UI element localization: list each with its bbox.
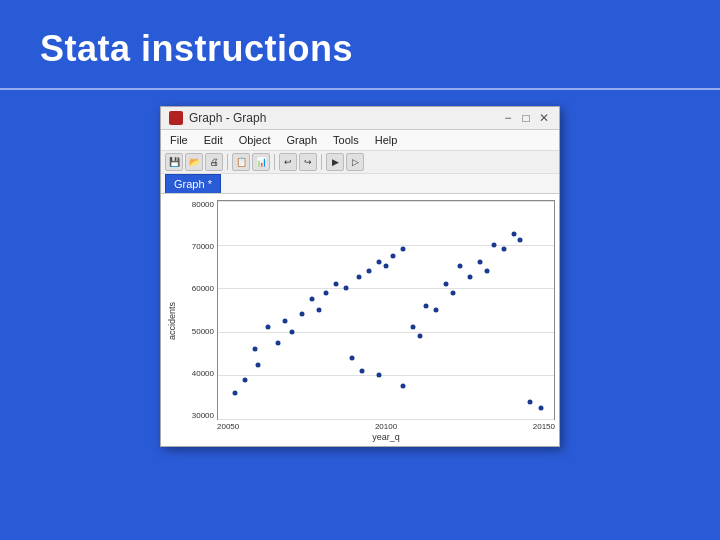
data-dot [350, 355, 355, 360]
toolbar-separator-2 [274, 154, 275, 170]
data-dot [384, 264, 389, 269]
data-dot [256, 362, 261, 367]
toolbar-print-btn[interactable]: 🖨 [205, 153, 223, 171]
title-area: Stata instructions [0, 0, 720, 90]
data-dot [300, 312, 305, 317]
data-dot [316, 308, 321, 313]
data-dot [434, 308, 439, 313]
chart-inner: 80000 70000 60000 50000 40000 30000 [181, 200, 555, 420]
y-ticks: 80000 70000 60000 50000 40000 30000 [181, 200, 217, 420]
data-dot [242, 377, 247, 382]
toolbar-copy-btn[interactable]: 📋 [232, 153, 250, 171]
x-tick-20150: 20150 [533, 422, 555, 431]
data-dot [390, 253, 395, 258]
graph-tab[interactable]: Graph * [165, 174, 221, 193]
stata-window: Graph - Graph − □ ✕ File Edit Object Gra… [160, 106, 560, 447]
data-dot [511, 231, 516, 236]
data-dot [323, 290, 328, 295]
data-dot [357, 275, 362, 280]
chart-wrapper: 80000 70000 60000 50000 40000 30000 [181, 200, 555, 442]
data-dot [289, 329, 294, 334]
data-dot [283, 318, 288, 323]
data-dot [232, 390, 237, 395]
data-dot [484, 268, 489, 273]
toolbar-save-btn[interactable]: 💾 [165, 153, 183, 171]
data-dot [266, 325, 271, 330]
page-title: Stata instructions [40, 28, 680, 70]
toolbar-redo-btn[interactable]: ↪ [299, 153, 317, 171]
graph-area: accidents 80000 70000 60000 50000 40000 … [161, 194, 559, 446]
data-dot [518, 238, 523, 243]
x-tick-20050: 20050 [217, 422, 239, 431]
data-dot [367, 268, 372, 273]
data-dot [444, 281, 449, 286]
plot-area [217, 200, 555, 420]
data-dot [410, 325, 415, 330]
menu-file[interactable]: File [167, 132, 191, 148]
y-tick-70000: 70000 [181, 242, 214, 251]
data-dot [276, 340, 281, 345]
data-dot [478, 260, 483, 265]
data-dot [417, 334, 422, 339]
data-dot [377, 260, 382, 265]
data-dot [424, 303, 429, 308]
menubar: File Edit Object Graph Tools Help [161, 130, 559, 151]
toolbar-undo-btn[interactable]: ↩ [279, 153, 297, 171]
toolbar-chart-btn[interactable]: 📊 [252, 153, 270, 171]
y-axis-label: accidents [165, 200, 179, 442]
menu-tools[interactable]: Tools [330, 132, 362, 148]
grid-line-5 [218, 375, 554, 376]
grid-line-2 [218, 245, 554, 246]
data-dot [451, 290, 456, 295]
data-dot [538, 406, 543, 411]
data-dot [333, 281, 338, 286]
minimize-button[interactable]: − [501, 111, 515, 125]
x-ticks: 20050 20100 20150 [217, 420, 555, 431]
grid-line-1 [218, 201, 554, 202]
grid-line-3 [218, 288, 554, 289]
y-tick-40000: 40000 [181, 369, 214, 378]
menu-help[interactable]: Help [372, 132, 401, 148]
tabs-bar: Graph * [161, 174, 559, 194]
stata-icon [169, 111, 183, 125]
data-dot [400, 246, 405, 251]
close-button[interactable]: ✕ [537, 111, 551, 125]
window-controls: − □ ✕ [501, 111, 551, 125]
menu-object[interactable]: Object [236, 132, 274, 148]
window-title-left: Graph - Graph [169, 111, 266, 125]
toolbar: 💾 📂 🖨 📋 📊 ↩ ↪ ▶ ▷ [161, 151, 559, 174]
window-titlebar: Graph - Graph − □ ✕ [161, 107, 559, 130]
data-dot [400, 384, 405, 389]
window-title-text: Graph - Graph [189, 111, 266, 125]
data-dot [252, 347, 257, 352]
toolbar-separator-1 [227, 154, 228, 170]
menu-edit[interactable]: Edit [201, 132, 226, 148]
toolbar-step-btn[interactable]: ▷ [346, 153, 364, 171]
maximize-button[interactable]: □ [519, 111, 533, 125]
data-dot [377, 373, 382, 378]
y-tick-50000: 50000 [181, 327, 214, 336]
toolbar-separator-3 [321, 154, 322, 170]
data-dot [501, 246, 506, 251]
toolbar-play-btn[interactable]: ▶ [326, 153, 344, 171]
data-dot [468, 275, 473, 280]
y-tick-60000: 60000 [181, 284, 214, 293]
x-tick-20100: 20100 [375, 422, 397, 431]
x-axis-label: year_q [217, 432, 555, 442]
data-dot [310, 297, 315, 302]
y-tick-80000: 80000 [181, 200, 214, 209]
data-dot [528, 399, 533, 404]
data-dot [360, 369, 365, 374]
grid-line-4 [218, 332, 554, 333]
y-tick-30000: 30000 [181, 411, 214, 420]
data-dot [491, 242, 496, 247]
data-dot [343, 286, 348, 291]
grid-line-6 [218, 419, 554, 420]
toolbar-open-btn[interactable]: 📂 [185, 153, 203, 171]
menu-graph[interactable]: Graph [284, 132, 321, 148]
data-dot [457, 264, 462, 269]
